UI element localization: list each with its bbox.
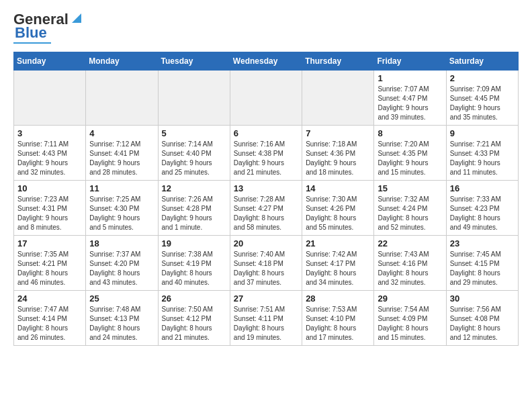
calendar-cell: 13Sunrise: 7:28 AM Sunset: 4:27 PM Dayli… — [230, 181, 302, 236]
day-info: Sunrise: 7:26 AM Sunset: 4:28 PM Dayligh… — [162, 195, 226, 232]
calendar-cell — [86, 71, 158, 126]
calendar-cell: 19Sunrise: 7:38 AM Sunset: 4:19 PM Dayli… — [158, 236, 230, 291]
day-number: 28 — [306, 293, 370, 304]
calendar-cell: 20Sunrise: 7:40 AM Sunset: 4:18 PM Dayli… — [230, 236, 302, 291]
calendar-cell — [230, 71, 302, 126]
calendar-cell — [302, 71, 374, 126]
calendar-cell: 11Sunrise: 7:25 AM Sunset: 4:30 PM Dayli… — [86, 181, 158, 236]
day-info: Sunrise: 7:30 AM Sunset: 4:26 PM Dayligh… — [306, 195, 370, 232]
calendar-cell: 21Sunrise: 7:42 AM Sunset: 4:17 PM Dayli… — [302, 236, 374, 291]
day-number: 9 — [450, 128, 515, 138]
logo: General Blue — [13, 11, 84, 44]
day-number: 5 — [162, 128, 226, 138]
calendar-cell: 6Sunrise: 7:16 AM Sunset: 4:38 PM Daylig… — [230, 126, 302, 181]
calendar-cell: 26Sunrise: 7:50 AM Sunset: 4:12 PM Dayli… — [158, 291, 230, 346]
calendar-cell: 28Sunrise: 7:53 AM Sunset: 4:10 PM Dayli… — [302, 291, 374, 346]
day-number: 19 — [162, 238, 226, 248]
col-header-wednesday: Wednesday — [230, 52, 302, 71]
calendar-cell: 2Sunrise: 7:09 AM Sunset: 4:45 PM Daylig… — [446, 71, 518, 126]
day-info: Sunrise: 7:38 AM Sunset: 4:19 PM Dayligh… — [162, 250, 226, 287]
day-number: 23 — [450, 238, 515, 248]
calendar-cell: 25Sunrise: 7:48 AM Sunset: 4:13 PM Dayli… — [86, 291, 158, 346]
day-info: Sunrise: 7:53 AM Sunset: 4:10 PM Dayligh… — [306, 305, 370, 342]
day-info: Sunrise: 7:43 AM Sunset: 4:16 PM Dayligh… — [378, 250, 442, 287]
calendar-cell: 9Sunrise: 7:21 AM Sunset: 4:33 PM Daylig… — [446, 126, 518, 181]
day-info: Sunrise: 7:51 AM Sunset: 4:11 PM Dayligh… — [234, 305, 298, 342]
day-number: 21 — [306, 238, 370, 248]
day-number: 24 — [17, 293, 82, 304]
day-number: 27 — [234, 293, 298, 304]
week-row-3: 10Sunrise: 7:23 AM Sunset: 4:31 PM Dayli… — [14, 181, 519, 236]
week-row-1: 1Sunrise: 7:07 AM Sunset: 4:47 PM Daylig… — [14, 71, 519, 126]
day-number: 12 — [162, 183, 226, 193]
day-info: Sunrise: 7:48 AM Sunset: 4:13 PM Dayligh… — [89, 305, 154, 342]
day-info: Sunrise: 7:07 AM Sunset: 4:47 PM Dayligh… — [378, 85, 442, 122]
day-number: 29 — [378, 293, 442, 304]
week-row-5: 24Sunrise: 7:47 AM Sunset: 4:14 PM Dayli… — [14, 291, 519, 346]
svg-marker-0 — [72, 13, 81, 23]
logo-blue: Blue — [15, 24, 47, 42]
day-number: 4 — [89, 128, 154, 138]
week-row-4: 17Sunrise: 7:35 AM Sunset: 4:21 PM Dayli… — [14, 236, 519, 291]
day-number: 15 — [378, 183, 442, 193]
day-number: 22 — [378, 238, 442, 248]
col-header-tuesday: Tuesday — [158, 52, 230, 71]
day-number: 16 — [450, 183, 515, 193]
logo-underline — [13, 42, 51, 44]
calendar-cell: 18Sunrise: 7:37 AM Sunset: 4:20 PM Dayli… — [86, 236, 158, 291]
day-info: Sunrise: 7:45 AM Sunset: 4:15 PM Dayligh… — [450, 250, 515, 287]
calendar-cell: 22Sunrise: 7:43 AM Sunset: 4:16 PM Dayli… — [374, 236, 446, 291]
calendar-cell: 29Sunrise: 7:54 AM Sunset: 4:09 PM Dayli… — [374, 291, 446, 346]
day-number: 11 — [89, 183, 154, 193]
header-row: SundayMondayTuesdayWednesdayThursdayFrid… — [14, 52, 519, 71]
day-number: 1 — [378, 73, 442, 83]
calendar-cell — [158, 71, 230, 126]
calendar-cell: 12Sunrise: 7:26 AM Sunset: 4:28 PM Dayli… — [158, 181, 230, 236]
col-header-saturday: Saturday — [446, 52, 518, 71]
calendar-cell: 5Sunrise: 7:14 AM Sunset: 4:40 PM Daylig… — [158, 126, 230, 181]
day-info: Sunrise: 7:37 AM Sunset: 4:20 PM Dayligh… — [89, 250, 154, 287]
day-info: Sunrise: 7:50 AM Sunset: 4:12 PM Dayligh… — [162, 305, 226, 342]
day-info: Sunrise: 7:18 AM Sunset: 4:36 PM Dayligh… — [306, 140, 370, 177]
day-number: 8 — [378, 128, 442, 138]
day-info: Sunrise: 7:35 AM Sunset: 4:21 PM Dayligh… — [17, 250, 82, 287]
day-info: Sunrise: 7:16 AM Sunset: 4:38 PM Dayligh… — [234, 140, 298, 177]
day-info: Sunrise: 7:09 AM Sunset: 4:45 PM Dayligh… — [450, 85, 515, 122]
calendar-table: SundayMondayTuesdayWednesdayThursdayFrid… — [13, 52, 519, 346]
calendar-cell: 24Sunrise: 7:47 AM Sunset: 4:14 PM Dayli… — [14, 291, 86, 346]
day-number: 14 — [306, 183, 370, 193]
day-info: Sunrise: 7:32 AM Sunset: 4:24 PM Dayligh… — [378, 195, 442, 232]
day-number: 20 — [234, 238, 298, 248]
calendar-cell: 1Sunrise: 7:07 AM Sunset: 4:47 PM Daylig… — [374, 71, 446, 126]
day-info: Sunrise: 7:47 AM Sunset: 4:14 PM Dayligh… — [17, 305, 82, 342]
col-header-thursday: Thursday — [302, 52, 374, 71]
page: General Blue SundayMondayTuesdayWednesda… — [0, 0, 532, 353]
week-row-2: 3Sunrise: 7:11 AM Sunset: 4:43 PM Daylig… — [14, 126, 519, 181]
day-info: Sunrise: 7:12 AM Sunset: 4:41 PM Dayligh… — [89, 140, 154, 177]
day-info: Sunrise: 7:20 AM Sunset: 4:35 PM Dayligh… — [378, 140, 442, 177]
calendar-cell: 3Sunrise: 7:11 AM Sunset: 4:43 PM Daylig… — [14, 126, 86, 181]
calendar-cell: 23Sunrise: 7:45 AM Sunset: 4:15 PM Dayli… — [446, 236, 518, 291]
calendar-cell: 4Sunrise: 7:12 AM Sunset: 4:41 PM Daylig… — [86, 126, 158, 181]
day-number: 7 — [306, 128, 370, 138]
day-info: Sunrise: 7:21 AM Sunset: 4:33 PM Dayligh… — [450, 140, 515, 177]
calendar-cell: 14Sunrise: 7:30 AM Sunset: 4:26 PM Dayli… — [302, 181, 374, 236]
day-number: 13 — [234, 183, 298, 193]
calendar-cell: 8Sunrise: 7:20 AM Sunset: 4:35 PM Daylig… — [374, 126, 446, 181]
calendar-cell: 7Sunrise: 7:18 AM Sunset: 4:36 PM Daylig… — [302, 126, 374, 181]
day-info: Sunrise: 7:54 AM Sunset: 4:09 PM Dayligh… — [378, 305, 442, 342]
day-info: Sunrise: 7:23 AM Sunset: 4:31 PM Dayligh… — [17, 195, 82, 232]
day-info: Sunrise: 7:28 AM Sunset: 4:27 PM Dayligh… — [234, 195, 298, 232]
day-number: 10 — [17, 183, 82, 193]
calendar-cell: 17Sunrise: 7:35 AM Sunset: 4:21 PM Dayli… — [14, 236, 86, 291]
calendar-cell: 30Sunrise: 7:56 AM Sunset: 4:08 PM Dayli… — [446, 291, 518, 346]
day-info: Sunrise: 7:33 AM Sunset: 4:23 PM Dayligh… — [450, 195, 515, 232]
col-header-friday: Friday — [374, 52, 446, 71]
day-number: 6 — [234, 128, 298, 138]
day-info: Sunrise: 7:14 AM Sunset: 4:40 PM Dayligh… — [162, 140, 226, 177]
col-header-sunday: Sunday — [14, 52, 86, 71]
day-number: 30 — [450, 293, 515, 304]
calendar-cell: 10Sunrise: 7:23 AM Sunset: 4:31 PM Dayli… — [14, 181, 86, 236]
day-number: 26 — [162, 293, 226, 304]
day-number: 17 — [17, 238, 82, 248]
